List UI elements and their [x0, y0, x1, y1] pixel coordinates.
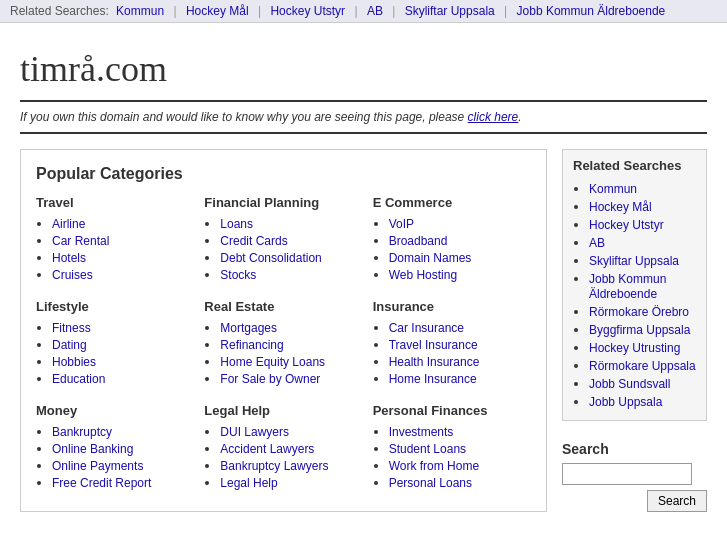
category-title: Legal Help: [204, 403, 362, 418]
topbar-links: Kommun | Hockey Mål | Hockey Utstyr | AB…: [112, 4, 669, 18]
pipe-separator: |: [170, 4, 180, 18]
list-item: Rörmokare Uppsala: [589, 358, 696, 373]
category-link[interactable]: Hotels: [52, 251, 86, 265]
list-item: AB: [589, 235, 696, 250]
category-link[interactable]: Bankruptcy: [52, 425, 112, 439]
list-item: Home Insurance: [389, 371, 531, 386]
list-item: Health Insurance: [389, 354, 531, 369]
category-link[interactable]: Credit Cards: [220, 234, 287, 248]
related-search-link[interactable]: Byggfirma Uppsala: [589, 323, 690, 337]
related-search-link[interactable]: Hockey Utrusting: [589, 341, 680, 355]
category-link[interactable]: Home Equity Loans: [220, 355, 325, 369]
related-search-link[interactable]: Hockey Utstyr: [589, 218, 664, 232]
topbar-link[interactable]: Jobb Kommun Äldreboende: [517, 4, 666, 18]
list-item: Jobb Kommun Äldreboende: [589, 271, 696, 301]
category-section: E CommerceVoIPBroadbandDomain NamesWeb H…: [373, 195, 531, 284]
category-link[interactable]: Education: [52, 372, 105, 386]
topbar-link[interactable]: AB: [367, 4, 383, 18]
list-item: Broadband: [389, 233, 531, 248]
category-link[interactable]: Bankruptcy Lawyers: [220, 459, 328, 473]
category-title: Real Estate: [204, 299, 362, 314]
category-link[interactable]: Online Payments: [52, 459, 143, 473]
topbar-link[interactable]: Kommun: [116, 4, 164, 18]
category-link[interactable]: Online Banking: [52, 442, 133, 456]
category-link[interactable]: Accident Lawyers: [220, 442, 314, 456]
category-link[interactable]: Stocks: [220, 268, 256, 282]
category-link[interactable]: Health Insurance: [389, 355, 480, 369]
list-item: Bankruptcy Lawyers: [220, 458, 362, 473]
category-section: Real EstateMortgagesRefinancingHome Equi…: [204, 299, 362, 388]
category-link[interactable]: VoIP: [389, 217, 414, 231]
category-link[interactable]: Student Loans: [389, 442, 466, 456]
info-bar: If you own this domain and would like to…: [20, 100, 707, 134]
list-item: Refinancing: [220, 337, 362, 352]
list-item: Byggfirma Uppsala: [589, 322, 696, 337]
popular-categories-heading: Popular Categories: [36, 165, 531, 183]
category-link[interactable]: Mortgages: [220, 321, 277, 335]
related-search-link[interactable]: Hockey Mål: [589, 200, 652, 214]
category-link[interactable]: Airline: [52, 217, 85, 231]
related-search-link[interactable]: Rörmokare Örebro: [589, 305, 689, 319]
related-search-link[interactable]: Kommun: [589, 182, 637, 196]
related-search-link[interactable]: Rörmokare Uppsala: [589, 359, 696, 373]
category-link[interactable]: Car Rental: [52, 234, 109, 248]
related-search-link[interactable]: AB: [589, 236, 605, 250]
related-search-link[interactable]: Skyliftar Uppsala: [589, 254, 679, 268]
list-item: Jobb Sundsvall: [589, 376, 696, 391]
related-search-link[interactable]: Jobb Sundsvall: [589, 377, 670, 391]
category-link[interactable]: Debt Consolidation: [220, 251, 321, 265]
category-link[interactable]: Free Credit Report: [52, 476, 151, 490]
category-link[interactable]: Cruises: [52, 268, 93, 282]
search-input[interactable]: [562, 463, 692, 485]
category-title: Personal Finances: [373, 403, 531, 418]
category-link[interactable]: Fitness: [52, 321, 91, 335]
category-link[interactable]: Hobbies: [52, 355, 96, 369]
list-item: Mortgages: [220, 320, 362, 335]
list-item: Jobb Uppsala: [589, 394, 696, 409]
related-search-link[interactable]: Jobb Kommun Äldreboende: [589, 272, 666, 301]
list-item: Cruises: [52, 267, 194, 282]
category-link[interactable]: DUI Lawyers: [220, 425, 289, 439]
category-link[interactable]: Car Insurance: [389, 321, 464, 335]
list-item: DUI Lawyers: [220, 424, 362, 439]
category-list: VoIPBroadbandDomain NamesWeb Hosting: [373, 216, 531, 282]
category-link[interactable]: Dating: [52, 338, 87, 352]
search-box: Search Search: [562, 433, 707, 498]
topbar-link[interactable]: Hockey Utstyr: [270, 4, 345, 18]
category-link[interactable]: Loans: [220, 217, 253, 231]
category-section: Personal FinancesInvestmentsStudent Loan…: [373, 403, 531, 492]
topbar-link[interactable]: Skyliftar Uppsala: [405, 4, 495, 18]
list-item: Kommun: [589, 181, 696, 196]
category-list: FitnessDatingHobbiesEducation: [36, 320, 194, 386]
related-search-link[interactable]: Jobb Uppsala: [589, 395, 662, 409]
click-here-link[interactable]: click here: [468, 110, 519, 124]
list-item: Hockey Utrusting: [589, 340, 696, 355]
list-item: Legal Help: [220, 475, 362, 490]
pipe-separator: |: [389, 4, 399, 18]
list-item: Dating: [52, 337, 194, 352]
category-link[interactable]: Web Hosting: [389, 268, 457, 282]
list-item: Skyliftar Uppsala: [589, 253, 696, 268]
category-section: Legal HelpDUI LawyersAccident LawyersBan…: [204, 403, 362, 492]
list-item: Work from Home: [389, 458, 531, 473]
list-item: Stocks: [220, 267, 362, 282]
category-link[interactable]: Refinancing: [220, 338, 283, 352]
list-item: VoIP: [389, 216, 531, 231]
category-link[interactable]: Domain Names: [389, 251, 472, 265]
category-link[interactable]: Work from Home: [389, 459, 479, 473]
category-title: E Commerce: [373, 195, 531, 210]
category-link[interactable]: Travel Insurance: [389, 338, 478, 352]
list-item: Car Rental: [52, 233, 194, 248]
list-item: Domain Names: [389, 250, 531, 265]
main-wrapper: timrå.com If you own this domain and wou…: [0, 23, 727, 522]
related-searches-label: Related Searches:: [10, 4, 109, 18]
category-link[interactable]: Legal Help: [220, 476, 277, 490]
topbar-link[interactable]: Hockey Mål: [186, 4, 249, 18]
category-link[interactable]: For Sale by Owner: [220, 372, 320, 386]
list-item: Accident Lawyers: [220, 441, 362, 456]
search-button[interactable]: Search: [647, 490, 707, 512]
category-link[interactable]: Broadband: [389, 234, 448, 248]
category-link[interactable]: Investments: [389, 425, 454, 439]
category-link[interactable]: Personal Loans: [389, 476, 472, 490]
category-link[interactable]: Home Insurance: [389, 372, 477, 386]
